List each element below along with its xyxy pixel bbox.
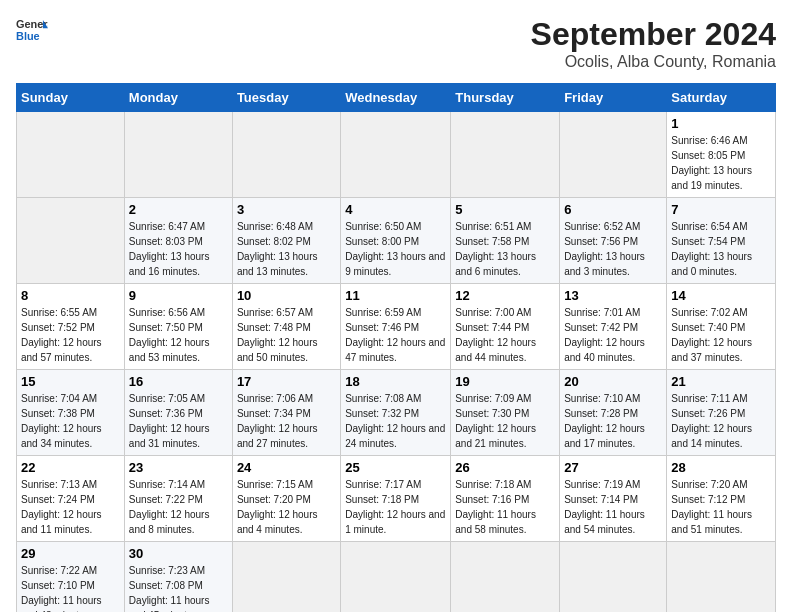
- day-number: 16: [129, 374, 228, 389]
- header-day-saturday: Saturday: [667, 84, 776, 112]
- page-title: September 2024: [531, 16, 776, 53]
- day-info: Sunrise: 7:14 AMSunset: 7:22 PMDaylight:…: [129, 477, 228, 537]
- day-info: Sunrise: 7:04 AMSunset: 7:38 PMDaylight:…: [21, 391, 120, 451]
- day-number: 14: [671, 288, 771, 303]
- day-info: Sunrise: 6:48 AMSunset: 8:02 PMDaylight:…: [237, 219, 336, 279]
- calendar-day-cell: [232, 112, 340, 198]
- day-info: Sunrise: 7:19 AMSunset: 7:14 PMDaylight:…: [564, 477, 662, 537]
- day-info: Sunrise: 7:23 AMSunset: 7:08 PMDaylight:…: [129, 563, 228, 612]
- day-number: 4: [345, 202, 446, 217]
- day-number: 6: [564, 202, 662, 217]
- day-number: 3: [237, 202, 336, 217]
- day-number: 30: [129, 546, 228, 561]
- calendar-day-cell: [17, 198, 125, 284]
- day-number: 1: [671, 116, 771, 131]
- calendar-day-cell: 5Sunrise: 6:51 AMSunset: 7:58 PMDaylight…: [451, 198, 560, 284]
- day-number: 20: [564, 374, 662, 389]
- header-day-friday: Friday: [560, 84, 667, 112]
- day-number: 26: [455, 460, 555, 475]
- calendar-day-cell: 26Sunrise: 7:18 AMSunset: 7:16 PMDayligh…: [451, 456, 560, 542]
- calendar-day-cell: [17, 112, 125, 198]
- day-info: Sunrise: 7:18 AMSunset: 7:16 PMDaylight:…: [455, 477, 555, 537]
- day-number: 5: [455, 202, 555, 217]
- day-number: 22: [21, 460, 120, 475]
- day-number: 9: [129, 288, 228, 303]
- page-subtitle: Ocolis, Alba County, Romania: [531, 53, 776, 71]
- calendar-day-cell: 6Sunrise: 6:52 AMSunset: 7:56 PMDaylight…: [560, 198, 667, 284]
- calendar-day-cell: 2Sunrise: 6:47 AMSunset: 8:03 PMDaylight…: [124, 198, 232, 284]
- day-info: Sunrise: 6:56 AMSunset: 7:50 PMDaylight:…: [129, 305, 228, 365]
- day-number: 25: [345, 460, 446, 475]
- day-info: Sunrise: 7:22 AMSunset: 7:10 PMDaylight:…: [21, 563, 120, 612]
- calendar-day-cell: 9Sunrise: 6:56 AMSunset: 7:50 PMDaylight…: [124, 284, 232, 370]
- day-info: Sunrise: 7:15 AMSunset: 7:20 PMDaylight:…: [237, 477, 336, 537]
- day-number: 18: [345, 374, 446, 389]
- day-info: Sunrise: 6:59 AMSunset: 7:46 PMDaylight:…: [345, 305, 446, 365]
- header-day-tuesday: Tuesday: [232, 84, 340, 112]
- day-info: Sunrise: 7:00 AMSunset: 7:44 PMDaylight:…: [455, 305, 555, 365]
- calendar-week-row: 15Sunrise: 7:04 AMSunset: 7:38 PMDayligh…: [17, 370, 776, 456]
- calendar-day-cell: 23Sunrise: 7:14 AMSunset: 7:22 PMDayligh…: [124, 456, 232, 542]
- calendar-day-cell: 20Sunrise: 7:10 AMSunset: 7:28 PMDayligh…: [560, 370, 667, 456]
- calendar-day-cell: 28Sunrise: 7:20 AMSunset: 7:12 PMDayligh…: [667, 456, 776, 542]
- calendar-day-cell: [341, 542, 451, 613]
- calendar-day-cell: 18Sunrise: 7:08 AMSunset: 7:32 PMDayligh…: [341, 370, 451, 456]
- calendar-day-cell: 11Sunrise: 6:59 AMSunset: 7:46 PMDayligh…: [341, 284, 451, 370]
- calendar-day-cell: 10Sunrise: 6:57 AMSunset: 7:48 PMDayligh…: [232, 284, 340, 370]
- day-number: 19: [455, 374, 555, 389]
- day-number: 7: [671, 202, 771, 217]
- day-info: Sunrise: 7:11 AMSunset: 7:26 PMDaylight:…: [671, 391, 771, 451]
- logo: General Blue: [16, 16, 48, 44]
- day-info: Sunrise: 6:55 AMSunset: 7:52 PMDaylight:…: [21, 305, 120, 365]
- day-number: 17: [237, 374, 336, 389]
- day-number: 10: [237, 288, 336, 303]
- day-number: 27: [564, 460, 662, 475]
- title-block: September 2024 Ocolis, Alba County, Roma…: [531, 16, 776, 71]
- calendar-week-row: 8Sunrise: 6:55 AMSunset: 7:52 PMDaylight…: [17, 284, 776, 370]
- calendar-day-cell: 15Sunrise: 7:04 AMSunset: 7:38 PMDayligh…: [17, 370, 125, 456]
- day-info: Sunrise: 7:06 AMSunset: 7:34 PMDaylight:…: [237, 391, 336, 451]
- day-info: Sunrise: 7:08 AMSunset: 7:32 PMDaylight:…: [345, 391, 446, 451]
- day-number: 11: [345, 288, 446, 303]
- calendar-day-cell: [124, 112, 232, 198]
- calendar-day-cell: 4Sunrise: 6:50 AMSunset: 8:00 PMDaylight…: [341, 198, 451, 284]
- day-info: Sunrise: 6:51 AMSunset: 7:58 PMDaylight:…: [455, 219, 555, 279]
- day-info: Sunrise: 6:50 AMSunset: 8:00 PMDaylight:…: [345, 219, 446, 279]
- calendar-day-cell: 16Sunrise: 7:05 AMSunset: 7:36 PMDayligh…: [124, 370, 232, 456]
- calendar-week-row: 2Sunrise: 6:47 AMSunset: 8:03 PMDaylight…: [17, 198, 776, 284]
- header-day-thursday: Thursday: [451, 84, 560, 112]
- header-day-sunday: Sunday: [17, 84, 125, 112]
- logo-icon: General Blue: [16, 16, 48, 44]
- header-day-wednesday: Wednesday: [341, 84, 451, 112]
- day-number: 2: [129, 202, 228, 217]
- calendar-day-cell: 7Sunrise: 6:54 AMSunset: 7:54 PMDaylight…: [667, 198, 776, 284]
- calendar-day-cell: 24Sunrise: 7:15 AMSunset: 7:20 PMDayligh…: [232, 456, 340, 542]
- day-info: Sunrise: 6:54 AMSunset: 7:54 PMDaylight:…: [671, 219, 771, 279]
- day-number: 23: [129, 460, 228, 475]
- day-info: Sunrise: 6:46 AMSunset: 8:05 PMDaylight:…: [671, 133, 771, 193]
- day-number: 28: [671, 460, 771, 475]
- calendar-day-cell: 14Sunrise: 7:02 AMSunset: 7:40 PMDayligh…: [667, 284, 776, 370]
- calendar-header-row: SundayMondayTuesdayWednesdayThursdayFrid…: [17, 84, 776, 112]
- day-info: Sunrise: 6:57 AMSunset: 7:48 PMDaylight:…: [237, 305, 336, 365]
- calendar-day-cell: 3Sunrise: 6:48 AMSunset: 8:02 PMDaylight…: [232, 198, 340, 284]
- day-info: Sunrise: 7:20 AMSunset: 7:12 PMDaylight:…: [671, 477, 771, 537]
- calendar-week-row: 22Sunrise: 7:13 AMSunset: 7:24 PMDayligh…: [17, 456, 776, 542]
- calendar-day-cell: 21Sunrise: 7:11 AMSunset: 7:26 PMDayligh…: [667, 370, 776, 456]
- day-number: 8: [21, 288, 120, 303]
- day-number: 24: [237, 460, 336, 475]
- page-header: General Blue September 2024 Ocolis, Alba…: [16, 16, 776, 71]
- day-number: 21: [671, 374, 771, 389]
- day-info: Sunrise: 6:47 AMSunset: 8:03 PMDaylight:…: [129, 219, 228, 279]
- calendar-day-cell: 25Sunrise: 7:17 AMSunset: 7:18 PMDayligh…: [341, 456, 451, 542]
- calendar-day-cell: 17Sunrise: 7:06 AMSunset: 7:34 PMDayligh…: [232, 370, 340, 456]
- day-info: Sunrise: 7:02 AMSunset: 7:40 PMDaylight:…: [671, 305, 771, 365]
- day-info: Sunrise: 7:10 AMSunset: 7:28 PMDaylight:…: [564, 391, 662, 451]
- calendar-day-cell: [560, 542, 667, 613]
- calendar-week-row: 29Sunrise: 7:22 AMSunset: 7:10 PMDayligh…: [17, 542, 776, 613]
- calendar-day-cell: 29Sunrise: 7:22 AMSunset: 7:10 PMDayligh…: [17, 542, 125, 613]
- calendar-day-cell: 19Sunrise: 7:09 AMSunset: 7:30 PMDayligh…: [451, 370, 560, 456]
- calendar-day-cell: [451, 542, 560, 613]
- day-info: Sunrise: 7:01 AMSunset: 7:42 PMDaylight:…: [564, 305, 662, 365]
- calendar-day-cell: 8Sunrise: 6:55 AMSunset: 7:52 PMDaylight…: [17, 284, 125, 370]
